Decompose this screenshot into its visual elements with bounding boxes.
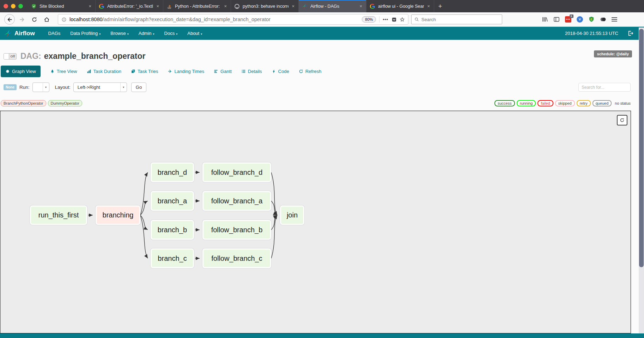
zoom-level-badge[interactable]: 80% xyxy=(362,16,376,23)
run-label: Run: xyxy=(19,85,30,90)
google-icon xyxy=(370,4,375,9)
layout-select[interactable]: Left->Right▾ xyxy=(73,82,127,92)
view-tab-label: Details xyxy=(248,69,262,74)
scrollbar-thumb[interactable] xyxy=(639,29,644,267)
nav-item-browse[interactable]: Browse▾ xyxy=(105,31,133,36)
tab-title: Site Blocked xyxy=(40,4,85,9)
utc-clock: 2018-04-30 21:55:13 UTC xyxy=(565,31,618,36)
tries-icon xyxy=(131,69,135,74)
tab-strip: Site Blocked×AttributeError: '_io.TextIO… xyxy=(28,0,434,12)
reload-icon xyxy=(31,17,37,23)
window-zoom-button[interactable] xyxy=(18,4,23,8)
nav-menu: DAGsData Profiling▾Browse▾Admin▾Docs▾Abo… xyxy=(43,31,207,36)
extension-ghost-icon[interactable] xyxy=(600,16,606,23)
logout-icon[interactable] xyxy=(627,30,633,36)
forward-button[interactable] xyxy=(17,14,27,25)
svg-text:£: £ xyxy=(590,17,593,21)
layout-value: Left->Right xyxy=(74,85,120,90)
task-search-input[interactable] xyxy=(578,83,631,92)
dag-label: DAG: xyxy=(20,51,41,61)
browser-toolbar: localhost:8080/admin/airflow/graph?execu… xyxy=(0,12,644,27)
brand-title[interactable]: Airflow xyxy=(14,30,35,37)
tab-close-icon[interactable]: × xyxy=(426,4,431,9)
page-actions-button[interactable]: ••• xyxy=(383,17,388,22)
sidebar-icon[interactable] xyxy=(553,16,560,23)
tab-landing-times[interactable]: ✈Landing Times xyxy=(168,69,205,74)
tab-close-icon[interactable]: × xyxy=(359,4,363,9)
graph-refresh-button[interactable] xyxy=(617,115,627,125)
bookmark-star-icon[interactable] xyxy=(400,17,405,22)
edge-branching-to-branch_b xyxy=(140,215,148,230)
go-button[interactable]: Go xyxy=(131,82,146,92)
search-icon xyxy=(414,17,419,22)
url-field[interactable]: localhost:8080/admin/airflow/graph?execu… xyxy=(58,14,408,25)
home-button[interactable] xyxy=(41,14,52,25)
task-node-branch_a[interactable]: branch_a xyxy=(151,191,194,211)
tab-graph-view[interactable]: Graph View xyxy=(1,66,41,77)
window-minimize-button[interactable] xyxy=(11,4,16,8)
tab-title: AttributeError: '_io.TextIOWrapp xyxy=(107,4,153,9)
edge-branching-to-branch_c xyxy=(140,215,148,259)
schedule-badge: schedule: @daily xyxy=(594,50,632,57)
browser-tab-python-attributeerror-io-te[interactable]: Python - AttributeError: '_io.Te× xyxy=(163,0,231,12)
browser-tab-site-blocked[interactable]: Site Blocked× xyxy=(28,0,96,12)
browser-tab-python3-behave-incorrectly-mo[interactable]: python3: behave incorrectly mo× xyxy=(231,0,299,12)
tab-task-duration[interactable]: Task Duration xyxy=(87,69,121,74)
task-node-join[interactable]: join xyxy=(280,205,304,225)
tab-close-icon[interactable]: × xyxy=(88,4,92,9)
tab-close-icon[interactable]: × xyxy=(156,4,160,9)
extension-badge: 1 xyxy=(570,14,573,18)
view-tab-label: Landing Times xyxy=(175,69,205,74)
library-icon[interactable] xyxy=(542,16,548,23)
task-node-follow_branch_c[interactable]: follow_branch_c xyxy=(202,248,271,268)
browser-tab-attributeerror-io-textiowrapp[interactable]: AttributeError: '_io.TextIOWrapp× xyxy=(96,0,163,12)
dag-graph-canvas[interactable]: run_this_firstbranchingbranch_dfollow_br… xyxy=(0,111,631,333)
edge-follow_branch_b-to-join xyxy=(271,215,277,230)
task-node-branch_d[interactable]: branch_d xyxy=(151,162,194,182)
run-select[interactable]: ▾ xyxy=(32,82,49,92)
tab-close-icon[interactable]: × xyxy=(223,4,227,9)
task-node-follow_branch_b[interactable]: follow_branch_b xyxy=(202,220,271,240)
nav-item-data-profiling[interactable]: Data Profiling▾ xyxy=(65,31,105,36)
status-badge-skipped: skipped xyxy=(555,100,575,106)
task-node-branch_c[interactable]: branch_c xyxy=(151,248,194,268)
browser-tab-bar: Site Blocked×AttributeError: '_io.TextIO… xyxy=(0,0,644,12)
task-node-follow_branch_a[interactable]: follow_branch_a xyxy=(202,191,271,211)
nav-item-about[interactable]: About▾ xyxy=(182,31,207,36)
tab-close-icon[interactable]: × xyxy=(291,4,295,9)
stackoverflow-icon xyxy=(166,4,172,9)
browser-tab-airflow-dags[interactable]: Airflow - DAGs× xyxy=(299,0,366,12)
window-close-button[interactable] xyxy=(4,4,8,8)
nav-item-dags[interactable]: DAGs xyxy=(43,31,66,36)
dag-pause-toggle[interactable]: Off xyxy=(4,53,17,60)
browser-search-box[interactable] xyxy=(411,14,502,24)
extension-blue-icon[interactable]: V xyxy=(577,16,583,23)
back-button[interactable] xyxy=(4,14,15,25)
tab-refresh[interactable]: Refresh xyxy=(299,69,322,74)
nav-item-admin[interactable]: Admin▾ xyxy=(134,31,159,36)
extension-green-icon[interactable]: £ xyxy=(588,16,595,23)
tab-gantt[interactable]: Gantt xyxy=(214,69,232,74)
browser-tab-airflow-ui-google-search[interactable]: airflow ui - Google Search× xyxy=(366,0,434,12)
nav-item-docs[interactable]: Docs▾ xyxy=(159,31,183,36)
extension-red-icon[interactable]: •••1 xyxy=(565,16,571,23)
search-input[interactable] xyxy=(421,17,499,22)
operator-badge-dummyoperator: DummyOperator xyxy=(48,100,82,106)
view-tab-label: Tree View xyxy=(57,69,77,74)
tab-title: python3: behave incorrectly mo xyxy=(243,4,288,9)
task-node-branching[interactable]: branching xyxy=(96,205,140,225)
task-node-run_this_first[interactable]: run_this_first xyxy=(30,205,87,225)
tab-code[interactable]: Code xyxy=(272,69,289,74)
new-tab-button[interactable]: + xyxy=(434,0,446,12)
shield-down-icon[interactable] xyxy=(391,17,397,22)
dag-page: Off DAG: example_branch_operator schedul… xyxy=(0,40,644,338)
reload-button[interactable] xyxy=(29,14,40,25)
tab-tree-view[interactable]: Tree View xyxy=(50,69,77,74)
menu-icon[interactable] xyxy=(612,17,617,21)
tab-details[interactable]: Details xyxy=(241,69,262,74)
tab-task-tries[interactable]: Task Tries xyxy=(131,69,158,74)
task-node-follow_branch_d[interactable]: follow_branch_d xyxy=(202,162,271,182)
airflow-navbar: Airflow DAGsData Profiling▾Browse▾Admin▾… xyxy=(0,27,644,40)
task-node-branch_b[interactable]: branch_b xyxy=(151,220,194,240)
tab-title: airflow ui - Google Search xyxy=(378,4,424,9)
